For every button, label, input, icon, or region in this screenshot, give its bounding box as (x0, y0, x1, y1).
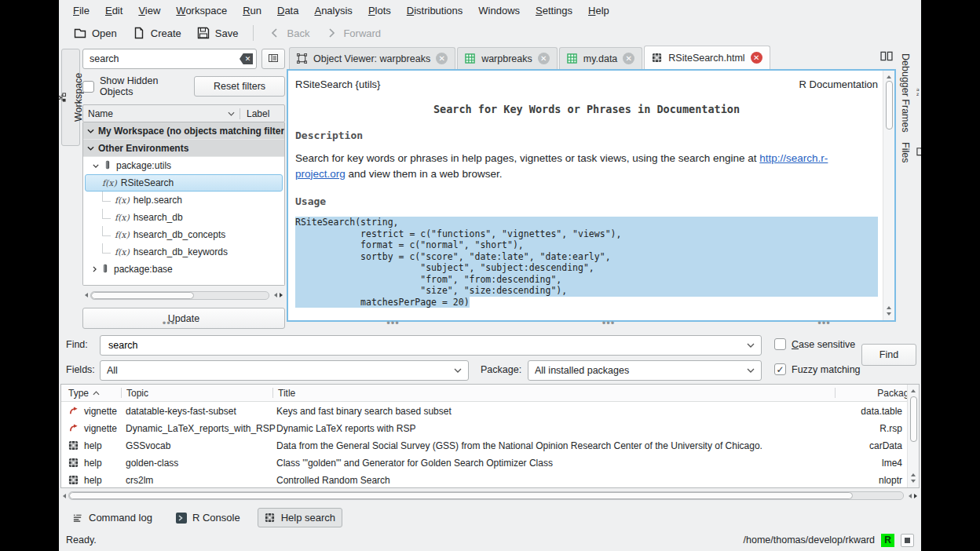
results-vertical-scrollbar[interactable] (907, 385, 919, 487)
column-name[interactable]: Name (83, 108, 240, 119)
tree-item-rsitesearch[interactable]: f(x) RSiteSearch (85, 174, 283, 192)
scrollbar-thumb[interactable] (910, 396, 917, 442)
scroll-left-icon[interactable] (272, 293, 277, 297)
tree-section-other-environments[interactable]: Other Environments (83, 140, 284, 157)
r-engine-status-badge: R (881, 534, 894, 547)
help-page: RSiteSearch {utils} R Documentation Sear… (288, 71, 883, 320)
package-dropdown[interactable]: All installed packages (528, 360, 762, 381)
table-row[interactable]: help GSSvocab Data from the General Soci… (61, 437, 907, 454)
table-row[interactable]: vignette datatable-keys-fast-subset Keys… (61, 403, 907, 420)
menu-view[interactable]: View (130, 2, 168, 20)
workspace-icon (59, 93, 69, 103)
r-console-tab[interactable]: R Console (170, 509, 247, 527)
close-icon[interactable]: ✕ (538, 53, 550, 64)
scroll-right-icon[interactable] (280, 293, 285, 297)
table-row[interactable]: help crs2lm Controlled Random Search nlo… (61, 472, 907, 489)
tree-section-my-workspace[interactable]: My Workspace (no objects matching filter… (83, 122, 284, 140)
debugger-frames-tab[interactable]: az Debugger Frames (900, 49, 921, 137)
tree-item-hsearch-db[interactable]: f(x) hsearch_db (83, 209, 284, 226)
forward-button[interactable]: Forward (318, 24, 388, 42)
menu-edit[interactable]: Edit (97, 2, 130, 20)
scroll-up-icon[interactable] (911, 471, 916, 476)
scroll-up-icon[interactable] (887, 73, 891, 78)
list-options-button[interactable] (261, 49, 285, 69)
back-button[interactable]: Back (261, 24, 316, 42)
tree-item-hsearch-db-keywords[interactable]: f(x) hsearch_db_keywords (83, 243, 284, 261)
tab-rsitesearch-html[interactable]: RSiteSearch.html ✕ (644, 46, 770, 69)
table-row[interactable]: vignette Dynamic_LaTeX_reports_with_RSP … (61, 420, 907, 437)
description-heading: Description (295, 130, 878, 141)
help-search-tab[interactable]: Help search (258, 508, 342, 527)
menu-help[interactable]: Help (580, 2, 617, 20)
scroll-left-icon[interactable] (906, 494, 912, 498)
usage-code-block[interactable]: RSiteSearch(string, restrict = c("functi… (295, 217, 878, 308)
doc-vertical-scrollbar[interactable] (883, 71, 894, 320)
chevron-down-icon[interactable] (747, 343, 755, 348)
tree-item-help-search[interactable]: f(x) help.search (83, 192, 284, 209)
scroll-right-icon[interactable] (914, 494, 920, 498)
scroll-up-icon[interactable] (887, 304, 891, 309)
column-type[interactable]: Type (61, 388, 121, 399)
close-icon[interactable]: ✕ (751, 52, 762, 64)
tab-warpbreaks[interactable]: warpbreaks ✕ (457, 47, 558, 69)
command-log-tab[interactable]: Command log (66, 509, 159, 527)
search-results-table: Type Topic Title Package vignette datata… (60, 384, 920, 488)
files-tab[interactable]: Files (900, 137, 921, 167)
menu-plots[interactable]: Plots (360, 2, 399, 20)
doc-header-right: R Documentation (799, 78, 878, 90)
column-title[interactable]: Title (273, 388, 835, 399)
fuzzy-matching-checkbox[interactable]: ✓ Fuzzy matching (774, 363, 861, 375)
menu-workspace[interactable]: Workspace (168, 2, 235, 20)
scroll-left-icon[interactable] (60, 494, 66, 498)
object-search-input[interactable] (82, 49, 257, 69)
save-button[interactable]: Save (190, 24, 246, 42)
split-view-icon[interactable] (880, 50, 893, 64)
tree-item-package-utils[interactable]: package:utils (83, 157, 284, 174)
close-icon[interactable]: ✕ (623, 53, 634, 64)
menu-file[interactable]: File (65, 2, 97, 20)
find-input[interactable] (107, 339, 747, 352)
scrollbar-thumb[interactable] (69, 492, 853, 499)
stop-icon[interactable] (901, 534, 914, 547)
table-row[interactable]: help golden-class Class '"golden"' and G… (61, 454, 907, 472)
menu-run[interactable]: Run (235, 2, 269, 20)
menu-data[interactable]: Data (269, 2, 306, 20)
open-button[interactable]: Open (67, 24, 124, 42)
menu-bar: File Edit View Workspace Run Data Analys… (59, 0, 921, 20)
scroll-left-icon[interactable] (82, 293, 88, 297)
scroll-down-icon[interactable] (887, 312, 891, 318)
tab-my-data[interactable]: my.data ✕ (559, 47, 643, 69)
chevron-down-icon[interactable] (454, 368, 462, 373)
column-label[interactable]: Label (240, 108, 284, 119)
chevron-down-icon (228, 111, 235, 116)
menu-windows[interactable]: Windows (470, 2, 528, 20)
show-hidden-checkbox[interactable] (82, 81, 94, 93)
menu-settings[interactable]: Settings (528, 2, 580, 20)
object-viewer-icon (297, 53, 308, 64)
scroll-up-icon[interactable] (911, 387, 916, 392)
sidebar-horizontal-scrollbar[interactable] (82, 290, 285, 301)
doc-title: Search for Key Words or Phrases in Docum… (295, 103, 878, 115)
reset-filters-button[interactable]: Reset filters (194, 76, 285, 97)
fields-dropdown[interactable]: All (100, 360, 469, 381)
tab-object-viewer-warpbreaks[interactable]: Object Viewer: warpbreaks ✕ (289, 47, 455, 69)
pane-splitter[interactable]: ••• ••• ••• ••• (59, 323, 921, 330)
main-toolbar: Open Create Save Back Forward (59, 20, 921, 46)
results-horizontal-scrollbar[interactable] (60, 490, 920, 502)
menu-analysis[interactable]: Analysis (306, 2, 360, 20)
chevron-down-icon[interactable] (747, 368, 755, 373)
package-icon (101, 264, 110, 276)
scroll-down-icon[interactable] (911, 480, 916, 485)
close-icon[interactable]: ✕ (436, 53, 448, 64)
case-sensitive-checkbox[interactable]: Case sensitive (774, 338, 855, 350)
find-combobox[interactable] (100, 335, 762, 356)
find-button[interactable]: Find (861, 344, 916, 366)
menu-distributions[interactable]: Distributions (399, 2, 471, 20)
scrollbar-thumb[interactable] (886, 81, 893, 130)
scrollbar-thumb[interactable] (91, 292, 194, 299)
workspace-tool-tab[interactable]: Workspace (61, 49, 80, 146)
create-button[interactable]: Create (126, 24, 188, 42)
tree-item-package-base[interactable]: package:base (83, 261, 284, 278)
tree-item-hsearch-db-concepts[interactable]: f(x) hsearch_db_concepts (83, 226, 284, 243)
column-topic[interactable]: Topic (122, 388, 272, 399)
